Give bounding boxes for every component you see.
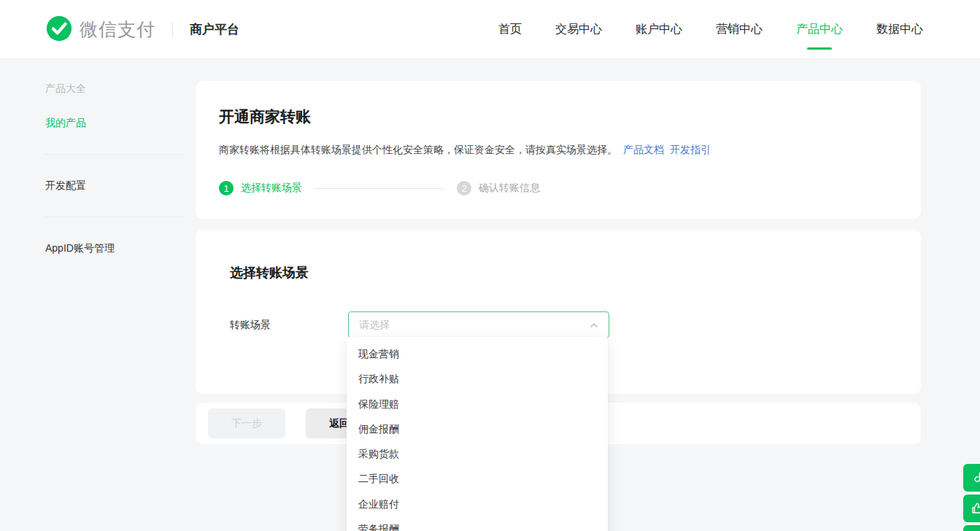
step-1-label: 选择转账场景	[241, 182, 302, 195]
thumbs-up-icon	[970, 501, 980, 516]
wechat-pay-logo-icon	[45, 15, 73, 43]
nav-item-transactions[interactable]: 交易中心	[555, 18, 602, 42]
sidebar-item-appid-management[interactable]: AppID账号管理	[45, 242, 184, 255]
header-divider	[172, 21, 173, 37]
dropdown-option-enterprise-compensation[interactable]: 企业赔付	[347, 492, 608, 516]
intro-card: 开通商家转账 商家转账将根据具体转账场景提供个性化安全策略，保证资金安全，请按真…	[196, 81, 921, 219]
survey-button[interactable]	[963, 525, 980, 531]
dropdown-option-admin-subsidy[interactable]: 行政补贴	[347, 366, 608, 391]
floating-widget-stack	[963, 464, 980, 531]
nav-item-products[interactable]: 产品中心	[796, 18, 843, 42]
intro-description: 商家转账将根据具体转账场景提供个性化安全策略，保证资金安全，请按真实场景选择。	[219, 144, 617, 155]
scenario-select[interactable]: 请选择	[348, 311, 609, 338]
sidebar-divider	[45, 217, 184, 217]
dropdown-option-cash-marketing[interactable]: 现金营销	[347, 341, 608, 366]
scenario-field-label: 转账场景	[230, 319, 348, 332]
wechat-pay-wordmark: 微信支付	[80, 18, 155, 42]
wechat-pay-logo[interactable]: 微信支付	[45, 15, 155, 43]
dropdown-option-insurance-claims[interactable]: 保险理赔	[347, 392, 608, 416]
scenario-dropdown: 现金营销 行政补贴 保险理赔 佣金报酬 采购货款 二手回收 企业赔付 劳务报酬	[347, 337, 608, 531]
product-doc-link[interactable]: 产品文档	[623, 144, 664, 155]
top-nav: 首页 交易中心 账户中心 营销中心 产品中心 数据中心	[498, 18, 923, 42]
intro-description-row: 商家转账将根据具体转账场景提供个性化安全策略，保证资金安全，请按真实场景选择。产…	[219, 144, 898, 157]
chevron-up-icon	[590, 321, 598, 330]
sidebar-item-dev-config[interactable]: 开发配置	[45, 179, 184, 193]
sidebar: 产品大全 我的产品 开发配置 AppID账号管理	[0, 59, 196, 255]
nav-item-home[interactable]: 首页	[498, 18, 522, 42]
next-step-button[interactable]: 下一步	[208, 408, 285, 438]
step-2-label: 确认转账信息	[479, 182, 540, 195]
top-header: 微信支付 商户平台 首页 交易中心 账户中心 营销中心 产品中心 数据中心	[0, 0, 980, 59]
dropdown-option-labor-remuneration[interactable]: 劳务报酬	[347, 516, 608, 531]
customer-service-button[interactable]	[963, 464, 980, 492]
stepper-connector	[315, 188, 444, 189]
dropdown-option-commission[interactable]: 佣金报酬	[347, 416, 608, 441]
sidebar-item-my-products[interactable]: 我的产品	[45, 117, 184, 130]
sidebar-section-label: 产品大全	[45, 82, 184, 96]
step-2-indicator: 2	[457, 181, 471, 195]
nav-item-data[interactable]: 数据中心	[876, 18, 923, 42]
nav-item-marketing[interactable]: 营销中心	[716, 18, 763, 42]
form-heading: 选择转账场景	[230, 264, 898, 282]
feedback-button[interactable]	[963, 495, 980, 522]
dev-guide-link[interactable]: 开发指引	[670, 144, 711, 155]
portal-name: 商户平台	[190, 21, 239, 38]
scenario-field-row: 转账场景 请选择	[230, 311, 898, 338]
step-1-indicator: 1	[219, 181, 234, 195]
dropdown-option-secondhand-recycle[interactable]: 二手回收	[347, 466, 608, 491]
sidebar-divider	[45, 154, 184, 155]
dropdown-option-procurement[interactable]: 采购货款	[347, 441, 608, 466]
page-title: 开通商家转账	[219, 106, 898, 127]
stepper: 1 选择转账场景 2 确认转账信息	[219, 181, 898, 195]
service-icon	[970, 470, 980, 485]
nav-item-account[interactable]: 账户中心	[636, 18, 682, 42]
scenario-select-placeholder: 请选择	[359, 319, 590, 332]
